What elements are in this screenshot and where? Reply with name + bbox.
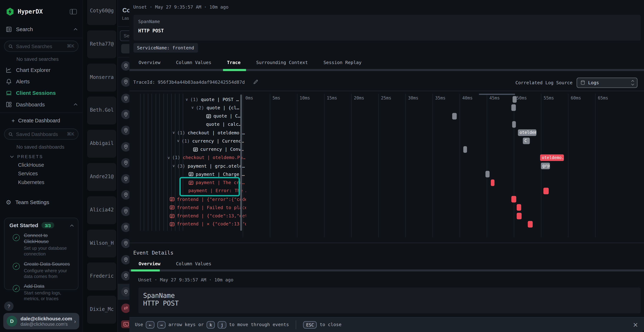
- get-started-items: ✓ Connect to ClickHouse Set up your data…: [10, 232, 73, 302]
- help-button[interactable]: ?: [4, 302, 14, 311]
- presets-toggle[interactable]: PRESETS: [0, 152, 82, 161]
- tab-session-replay[interactable]: Session Replay: [324, 60, 362, 65]
- chevron-down-icon[interactable]: ∨: [168, 156, 170, 160]
- sidebar-nav-item[interactable]: Chart Explorer: [0, 64, 82, 76]
- tab-overview[interactable]: Overview: [139, 261, 160, 266]
- get-started-item[interactable]: ✓ Add Data Start sending logs, metrics, …: [10, 284, 73, 302]
- trace-tree-row[interactable]: ∨ (1) currency | Currenc…: [177, 137, 244, 145]
- footer-text: Use: [135, 322, 143, 327]
- tab-column-values[interactable]: Column Values: [176, 60, 212, 65]
- gridline: [432, 94, 432, 237]
- chevron-down-icon[interactable]: ∨: [177, 139, 180, 143]
- span-label: frontend | {"error":{"code…: [177, 196, 246, 202]
- active-tab-indicator: [131, 270, 160, 271]
- sidebar-nav-item[interactable]: Alerts: [0, 76, 82, 87]
- span-duration-bar[interactable]: [452, 113, 457, 119]
- get-started-item[interactable]: ✓ Connect to ClickHouse Set up your data…: [10, 232, 73, 257]
- trace-tree-row[interactable]: ∨ (3) payment | grpc.oteld…: [172, 162, 245, 170]
- span-duration-bar[interactable]: [528, 221, 532, 228]
- log-doc-icon: [170, 197, 174, 201]
- log-source-select[interactable]: Logs: [576, 78, 638, 88]
- span-duration-bar[interactable]: [491, 179, 495, 186]
- sidebar-nav-item[interactable]: Client Sessions: [0, 87, 82, 98]
- nav-item-label: Dashboards: [16, 101, 74, 107]
- chevron-up-icon[interactable]: [70, 224, 74, 228]
- span-duration-bar[interactable]: C: [523, 138, 530, 144]
- waterfall-chart: 0ms5ms10ms15ms20ms25ms30ms35ms40ms45ms50…: [242, 94, 641, 237]
- span-duration-bar[interactable]: oteldemo.: [540, 154, 564, 161]
- session-card[interactable]: Frederic: [87, 262, 116, 290]
- tab-column-values[interactable]: Column Values: [176, 261, 212, 266]
- trace-tree-row[interactable]: ∨ (1) checkout | oteldemo.Pa…: [168, 154, 246, 162]
- chart-hscrollbar[interactable]: [479, 94, 515, 95]
- session-card[interactable]: Monserra: [87, 64, 116, 92]
- saved-dashboards-input[interactable]: Saved Dashboards ⌘K: [4, 128, 78, 140]
- session-card[interactable]: Coty60@g: [87, 0, 116, 25]
- trace-tree-row[interactable]: ∨ (2) quote | {cl…: [191, 104, 239, 112]
- session-card[interactable]: Abbigail: [87, 130, 116, 158]
- sidebar-nav-item[interactable]: Dashboards: [0, 98, 82, 110]
- span-duration-bar[interactable]: [512, 104, 516, 111]
- span-duration-bar[interactable]: [485, 171, 490, 178]
- sidebar-collapse-icon[interactable]: [70, 9, 77, 14]
- tree-scrollbar[interactable]: [240, 94, 242, 231]
- span-duration-bar[interactable]: oteldemo: [518, 129, 536, 136]
- trace-tree-row[interactable]: frontend | {"code":13,"det…: [170, 212, 246, 220]
- user-menu[interactable]: D dale@clickhouse.com dale@clickhouse.co…: [3, 313, 79, 329]
- log-doc-icon: [170, 206, 174, 210]
- trace-tree-row[interactable]: ∨ (1) quote | POST …: [186, 95, 239, 104]
- get-started-item[interactable]: ✓ Create Data Sources Configure where yo…: [10, 261, 73, 279]
- span-duration-bar[interactable]: [544, 188, 549, 194]
- span-duration-bar[interactable]: [512, 96, 517, 103]
- session-card[interactable]: Dixie_Mc: [87, 296, 116, 324]
- trace-tree-row[interactable]: ∨ (1) checkout | oteldemo.…: [172, 128, 245, 137]
- axis-tick-label: 65ms: [598, 95, 608, 100]
- trace-tree-row[interactable]: quote | calc…: [206, 120, 241, 128]
- tab-trace[interactable]: Trace: [227, 60, 240, 65]
- trace-id-row: TraceId: 956f3b4a44b03aa4daf946242554d87…: [133, 77, 641, 88]
- session-card[interactable]: Retha77@: [87, 30, 116, 58]
- app-root: HyperDX Search Saved Searches ⌘K No save…: [0, 0, 644, 332]
- preset-item[interactable]: Kubernetes: [0, 178, 82, 187]
- saved-searches-input[interactable]: Saved Searches ⌘K: [4, 40, 78, 52]
- span-duration-bar[interactable]: [517, 204, 521, 211]
- session-card[interactable]: Andre21@: [87, 163, 116, 191]
- chevron-down-icon[interactable]: ∨: [186, 97, 188, 102]
- chevron-down-icon[interactable]: ∨: [172, 130, 175, 135]
- trace-tree-row[interactable]: frontend | Failed to place…: [170, 204, 246, 212]
- span-duration-bar[interactable]: [512, 121, 516, 128]
- preset-item[interactable]: ClickHouse: [0, 161, 82, 170]
- log-doc-icon: [188, 172, 194, 176]
- span-duration-bar[interactable]: [512, 196, 516, 202]
- span-label: checkout | oteldemo.Pa…: [183, 155, 246, 160]
- span-duration-bar[interactable]: grp: [541, 162, 550, 169]
- preset-item[interactable]: Services: [0, 170, 82, 178]
- nav-item-label: Chart Explorer: [16, 67, 77, 73]
- team-settings-item[interactable]: ⚙ Team Settings: [0, 196, 82, 208]
- trace-tree-row[interactable]: quote | C…: [206, 112, 240, 120]
- tab-overview[interactable]: Overview: [139, 60, 160, 65]
- span-duration-bar[interactable]: [463, 146, 467, 152]
- chevron-down-icon[interactable]: ∨: [172, 164, 175, 168]
- trace-tree-row[interactable]: frontend | ✕ {"code":13,"d…: [170, 220, 246, 228]
- chevron-up-icon: [74, 104, 77, 107]
- close-icon[interactable]: ×: [633, 321, 638, 328]
- log-doc-icon: [193, 147, 198, 151]
- session-card[interactable]: Wilson_H: [87, 229, 116, 257]
- sidebar-section-search[interactable]: Search: [0, 23, 82, 36]
- trace-tree-row[interactable]: currency | Conv…: [193, 145, 244, 154]
- edit-pencil-icon[interactable]: [253, 79, 258, 84]
- chevron-down-icon[interactable]: ∨: [191, 106, 194, 110]
- saved-dashboards-placeholder: Saved Dashboards: [16, 131, 67, 137]
- create-dashboard-button[interactable]: + Create Dashboard: [0, 116, 82, 126]
- tab-surrounding-context[interactable]: Surrounding Context: [256, 60, 308, 65]
- hyperdx-logo-icon[interactable]: [6, 7, 14, 16]
- axis-tick-label: 15ms: [327, 95, 337, 100]
- session-card[interactable]: Beth.Gol: [87, 96, 116, 124]
- span-label: quote | C…: [214, 114, 240, 119]
- session-card[interactable]: Alicia42: [87, 196, 116, 224]
- search-icon: [8, 44, 13, 49]
- span-duration-bar[interactable]: [517, 212, 522, 219]
- span-child-count: (1): [177, 130, 185, 136]
- service-name-chip[interactable]: ServiceName: frontend: [133, 43, 198, 52]
